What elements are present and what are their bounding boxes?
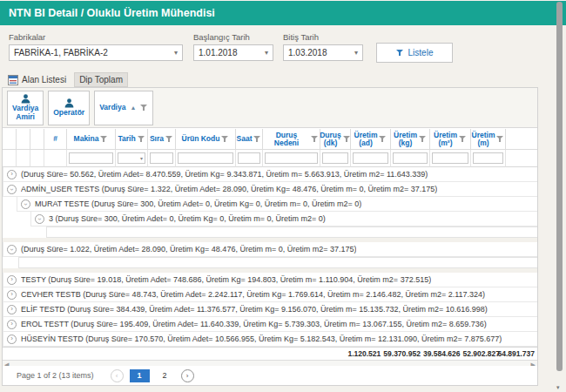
funnel-icon[interactable] bbox=[419, 135, 427, 143]
column-header-label: Üretim(ad) bbox=[354, 132, 378, 147]
column-header-label: Tarih bbox=[118, 135, 135, 143]
group-row[interactable]: ›3 (Duruş Süre= 300, Üretim Adet= 0, Üre… bbox=[30, 212, 537, 226]
filter-cell-sira bbox=[148, 150, 176, 167]
column-header-makina[interactable]: Makina bbox=[67, 129, 116, 150]
column-header-tarih[interactable]: Tarih bbox=[116, 129, 148, 150]
group-field-label: Operatör bbox=[53, 109, 84, 118]
group-row[interactable]: ›EROL TESTT (Duruş Süre= 195.409, Üretim… bbox=[3, 317, 537, 332]
group-row[interactable]: ›HÜSEYİN TESTD (Duruş Süre= 170.570, Üre… bbox=[3, 332, 537, 347]
tab-dip-toplam[interactable]: Dip Toplam bbox=[74, 72, 128, 87]
expand-icon[interactable]: › bbox=[7, 320, 17, 329]
column-header-saat[interactable]: Saat bbox=[236, 129, 263, 150]
group-row[interactable]: ›ELİF TESTD (Duruş Süre= 384.439, Üretim… bbox=[3, 302, 537, 317]
filter-cell-saat bbox=[236, 150, 263, 167]
group-row-text: 3 (Duruş Süre= 300, Üretim Adet= 0, Üret… bbox=[49, 214, 326, 223]
funnel-icon[interactable] bbox=[496, 135, 504, 143]
pager-prev-button[interactable]: ‹ bbox=[111, 369, 124, 382]
group-row-text: (Duruş Süre= 1.022, Üretim Adet= 28.090,… bbox=[21, 245, 356, 253]
vertical-scrollbar[interactable]: ▾ bbox=[556, 0, 563, 392]
filter-cell-uretim-kg bbox=[391, 150, 430, 167]
funnel-icon bbox=[396, 49, 404, 57]
grid-filler-cell bbox=[506, 129, 537, 150]
page-title: NTN BI Detail / Oluklu Üretim Mühendisi bbox=[9, 7, 215, 19]
pager-page-1[interactable]: 1 bbox=[130, 369, 150, 382]
group-row[interactable]: ›ADMİN_USER TESTS (Duruş Süre= 1.322, Ür… bbox=[3, 182, 537, 197]
filter-input-saat[interactable] bbox=[238, 152, 260, 164]
expand-icon[interactable]: › bbox=[7, 305, 17, 314]
group-row[interactable]: ›TESTY (Duruş Süre= 19.018, Üretim Adet=… bbox=[3, 273, 537, 287]
group-row-text: HÜSEYİN TESTD (Duruş Süre= 170.570, Üret… bbox=[21, 335, 502, 343]
funnel-icon[interactable] bbox=[140, 104, 148, 112]
group-row-text: MURAT TESTE (Duruş Süre= 300, Üretim Ade… bbox=[35, 199, 361, 208]
filter-input-makina[interactable] bbox=[69, 152, 113, 164]
filter-input-uretim-kg[interactable] bbox=[393, 152, 428, 164]
listele-button[interactable]: Listele bbox=[376, 43, 453, 63]
bitis-tarih-select[interactable]: 1.03.2018 ▾ bbox=[283, 44, 363, 61]
total-value-uretim-kg: 39.584.626 bbox=[422, 349, 462, 358]
filter-input-durus-dk[interactable] bbox=[322, 152, 348, 164]
vertical-scrollbar-thumb[interactable] bbox=[556, 2, 563, 371]
fabrikalar-select[interactable]: FABRİKA-1, FABRİKA-2 ▾ bbox=[9, 44, 183, 61]
column-header-uretim-kg[interactable]: Üretim(kg) bbox=[391, 129, 430, 150]
funnel-icon[interactable] bbox=[379, 135, 387, 143]
grid-header-row: #MakinaTarihSıraÜrün KoduSaatDuruş Neden… bbox=[3, 129, 537, 150]
bitis-tarih-value: 1.03.2018 bbox=[288, 48, 327, 57]
pager-next-button[interactable]: › bbox=[181, 369, 194, 382]
column-header-row-number[interactable]: # bbox=[44, 129, 67, 150]
group-row[interactable]: ›(Duruş Süre= 1.022, Üretim Adet= 28.090… bbox=[3, 242, 537, 257]
collapse-icon[interactable]: › bbox=[7, 245, 17, 254]
filter-cell-row-number bbox=[44, 150, 67, 167]
group-row[interactable]: ›MURAT TESTE (Duruş Süre= 300, Üretim Ad… bbox=[17, 197, 537, 212]
group-row-text: ADMİN_USER TESTS (Duruş Süre= 1.322, Üre… bbox=[21, 185, 437, 193]
funnel-icon[interactable] bbox=[221, 135, 229, 143]
filter-input-uretim-ad[interactable] bbox=[353, 152, 388, 164]
filter-input-urun-kodu[interactable] bbox=[178, 152, 233, 164]
column-header-label: Makina bbox=[74, 135, 99, 143]
group-row-text: CEVHER TESTB (Duruş Süre= 48.743, Üretim… bbox=[21, 290, 485, 299]
funnel-icon[interactable] bbox=[343, 135, 351, 143]
pager-pages: 12 bbox=[130, 369, 175, 382]
scroll-down-icon[interactable]: ▾ bbox=[556, 384, 560, 391]
expand-icon[interactable]: › bbox=[7, 275, 17, 285]
filter-input-uretim-m[interactable] bbox=[473, 152, 503, 164]
baslangic-tarih-select[interactable]: 1.01.2018 ▾ bbox=[193, 44, 273, 61]
group-field-operator[interactable]: Operatör bbox=[48, 91, 90, 125]
column-header-uretim-m2[interactable]: Üretim(m²) bbox=[430, 129, 471, 150]
group-row-text: TESTY (Duruş Süre= 19.018, Üretim Adet= … bbox=[21, 275, 431, 284]
collapse-icon[interactable]: › bbox=[21, 199, 30, 209]
filter-cell-uretim-m2 bbox=[430, 150, 471, 167]
column-header-uretim-ad[interactable]: Üretim(ad) bbox=[351, 129, 391, 150]
sort-ascending-icon: ▲ bbox=[130, 105, 136, 111]
tab-alan-listesi[interactable]: Alan Listesi bbox=[3, 73, 71, 87]
funnel-icon[interactable] bbox=[459, 135, 467, 143]
funnel-icon[interactable] bbox=[100, 135, 108, 143]
column-header-durus-dk[interactable]: Duruş(dk) bbox=[320, 129, 351, 150]
column-header-durus-nedeni[interactable]: Duruş Nedeni bbox=[263, 129, 320, 150]
group-row[interactable]: ›CEVHER TESTB (Duruş Süre= 48.743, Üreti… bbox=[3, 287, 537, 302]
filter-input-sira[interactable] bbox=[150, 152, 173, 164]
funnel-icon[interactable] bbox=[311, 135, 319, 143]
expand-icon[interactable]: › bbox=[7, 290, 17, 300]
filter-input-tarih[interactable] bbox=[118, 152, 145, 164]
chevron-down-icon: ▾ bbox=[354, 49, 358, 57]
pager-page-2[interactable]: 2 bbox=[155, 369, 175, 382]
column-header-label: Duruş Nedeni bbox=[264, 132, 309, 147]
collapse-icon[interactable]: › bbox=[35, 214, 44, 224]
filter-cell-uretim-ad bbox=[351, 150, 391, 167]
group-row[interactable]: ›(Duruş Süre= 50.562, Üretim Adet= 8.470… bbox=[3, 167, 537, 182]
expand-icon[interactable]: › bbox=[7, 335, 17, 344]
expand-icon[interactable]: › bbox=[7, 170, 17, 179]
filter-input-uretim-m2[interactable] bbox=[432, 152, 468, 164]
column-header-urun-kodu[interactable]: Ürün Kodu bbox=[176, 129, 236, 150]
column-header-sira[interactable]: Sıra bbox=[148, 129, 176, 150]
tab-dip-toplam-label: Dip Toplam bbox=[79, 75, 123, 84]
funnel-icon[interactable] bbox=[165, 135, 173, 143]
field-list-icon bbox=[8, 75, 18, 85]
funnel-icon[interactable] bbox=[138, 135, 145, 143]
collapse-icon[interactable]: › bbox=[7, 185, 17, 194]
group-field-vardiya-amiri[interactable]: VardiyaAmiri bbox=[7, 91, 44, 125]
group-field-vardiya[interactable]: Vardiya▲ bbox=[94, 91, 153, 125]
funnel-icon[interactable] bbox=[253, 135, 261, 143]
column-header-uretim-m[interactable]: Üretim(m) bbox=[471, 129, 506, 150]
filter-input-durus-nedeni[interactable] bbox=[265, 152, 318, 164]
